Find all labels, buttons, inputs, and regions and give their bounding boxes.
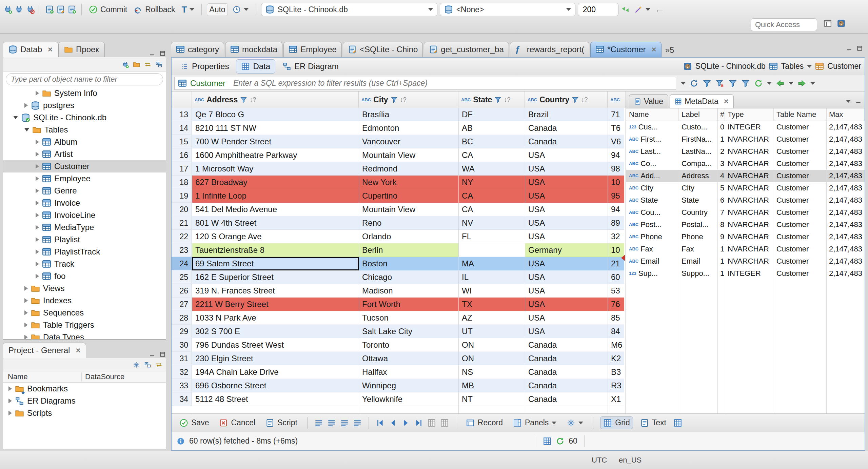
editor-tab-sqlite-chino[interactable]: <SQLite - Chino: [343, 42, 423, 57]
chevron-down-icon[interactable]: [810, 82, 815, 85]
grid-cell[interactable]: T6: [608, 121, 624, 135]
meta-cell[interactable]: Customer: [774, 255, 826, 267]
editor-tab-get-customer-ba[interactable]: get_customer_ba: [424, 42, 509, 57]
editor-tab-mockdata[interactable]: mockdata: [225, 42, 282, 57]
tree-item-sqlite-chinook-db[interactable]: SQLite - Chinook.db: [3, 111, 166, 124]
grid-cell[interactable]: 71: [608, 108, 624, 121]
tab-data[interactable]: Data: [236, 59, 275, 74]
meta-cell[interactable]: 2,147,483: [826, 121, 865, 133]
grid-cell[interactable]: CA: [458, 189, 525, 203]
grid-cell[interactable]: USA: [525, 298, 608, 311]
grid-cell[interactable]: 76: [608, 298, 624, 311]
meta-cell[interactable]: NVARCHAR: [725, 133, 774, 145]
meta-cell[interactable]: 2,147,483: [826, 133, 865, 145]
grid-cell[interactable]: TX: [458, 298, 525, 311]
grid-cell[interactable]: ON: [458, 338, 525, 352]
meta-cell[interactable]: Customer: [774, 182, 826, 194]
tab-project-general[interactable]: Project - General ×: [3, 343, 86, 358]
tree-item-postgres[interactable]: postgres: [3, 99, 166, 111]
meta-cell[interactable]: 2,147,483: [826, 158, 865, 170]
grid-cell[interactable]: K2: [608, 352, 624, 365]
column-header-country[interactable]: ABCCountry↕?: [525, 91, 608, 108]
meta-cell[interactable]: Customer: [774, 231, 826, 243]
grid-cell[interactable]: 89: [608, 216, 624, 230]
grid-cell[interactable]: NY: [458, 176, 525, 189]
tree-item-system-info[interactable]: System Info: [3, 87, 166, 99]
minimize-icon[interactable]: [149, 351, 156, 358]
grid-cell[interactable]: Canada: [525, 352, 608, 365]
tree-item-indexes[interactable]: Indexes: [3, 294, 166, 307]
grid-cell[interactable]: Tauentzienstraße 8: [192, 243, 359, 257]
meta-cell[interactable]: Customer: [774, 145, 826, 158]
meta-cell[interactable]: ABCPhone: [626, 231, 679, 243]
meta-cell[interactable]: NVARCHAR: [725, 194, 774, 206]
editor-tab-rewards-report[interactable]: ƒrewards_report(: [510, 42, 589, 57]
fetch-size-field[interactable]: [578, 3, 618, 16]
disclosure-collapsed-icon[interactable]: [36, 249, 39, 254]
grid-cell[interactable]: MA: [458, 257, 525, 270]
quick-access-input[interactable]: [754, 20, 813, 29]
sql-generator-button[interactable]: [632, 4, 652, 15]
row-number-cell[interactable]: 26: [172, 284, 192, 298]
tab-database-navigator[interactable]: Datab ×: [3, 42, 58, 57]
row-number-cell[interactable]: 23: [172, 243, 192, 257]
close-icon[interactable]: ×: [652, 45, 656, 54]
first-row-icon[interactable]: [376, 419, 384, 427]
settings-icon[interactable]: [133, 361, 140, 368]
maximize-icon[interactable]: [159, 351, 166, 358]
disclosure-collapsed-icon[interactable]: [36, 237, 39, 242]
disclosure-expanded-icon[interactable]: [13, 116, 18, 119]
grid-cell[interactable]: 1033 N Park Ave: [192, 311, 359, 325]
tree-item-invoice[interactable]: Invoice: [3, 197, 166, 209]
dbeaver-perspective-icon[interactable]: [837, 19, 846, 28]
grid-cell[interactable]: New York: [359, 176, 458, 189]
row-number-cell[interactable]: 27: [172, 298, 192, 311]
meta-cell[interactable]: Customer: [774, 170, 826, 182]
meta-cell[interactable]: ABCAdd...: [626, 170, 679, 182]
disclosure-collapsed-icon[interactable]: [24, 310, 28, 315]
disclosure-collapsed-icon[interactable]: [36, 91, 39, 96]
meta-cell[interactable]: NVARCHAR: [725, 231, 774, 243]
grid-cell[interactable]: 162 E Superior Street: [192, 270, 359, 284]
grid-cell[interactable]: Mountain View: [359, 148, 458, 162]
disclosure-collapsed-icon[interactable]: [36, 213, 39, 218]
row-number-cell[interactable]: 13: [172, 108, 192, 121]
grid-cell[interactable]: USA: [525, 284, 608, 298]
column-header-postal-code[interactable]: ABC: [608, 91, 624, 108]
grid-cell[interactable]: Toronto: [359, 338, 458, 352]
tree-item-tables[interactable]: Tables: [3, 124, 166, 136]
fetch-all-icon[interactable]: [440, 419, 449, 427]
meta-cell[interactable]: 9: [717, 231, 725, 243]
meta-cell[interactable]: ABCLast...: [626, 145, 679, 158]
metadata-row[interactable]: ABCEmailEmail1NVARCHARCustomer2,147,483: [626, 255, 865, 267]
calc-panel-icon[interactable]: [543, 437, 552, 446]
tab-projects-navigator[interactable]: Проек: [58, 42, 105, 57]
grid-cell[interactable]: Canada: [525, 392, 608, 406]
meta-cell[interactable]: 2,147,483: [826, 219, 865, 231]
meta-cell[interactable]: ABCEmail: [626, 255, 679, 267]
grid-cell[interactable]: Winnipeg: [359, 379, 458, 392]
tree-item-playlisttrack[interactable]: PlaylistTrack: [3, 246, 166, 258]
rollback-button[interactable]: Rollback: [132, 4, 177, 16]
collapse-all-icon[interactable]: [155, 61, 162, 68]
row-number-cell[interactable]: 28: [172, 311, 192, 325]
grid-cell[interactable]: USA: [525, 230, 608, 243]
record-button[interactable]: Record: [463, 416, 506, 429]
grid-cell[interactable]: 2211 W Berry Street: [192, 298, 359, 311]
grid-cell[interactable]: 94: [608, 203, 624, 216]
grid-cell[interactable]: Brazil: [525, 108, 608, 121]
meta-cell[interactable]: 2,147,483: [826, 194, 865, 206]
grid-cell[interactable]: Qe 7 Bloco G: [192, 108, 359, 121]
panel-grid-icon[interactable]: [673, 419, 682, 427]
grid-view-button[interactable]: Grid: [600, 416, 633, 429]
meta-cell[interactable]: 2,147,483: [826, 206, 865, 219]
grid-cell[interactable]: NV: [458, 216, 525, 230]
editor-tab-category[interactable]: category: [171, 42, 224, 57]
column-filter-icon[interactable]: [494, 96, 501, 103]
grid-cell[interactable]: Edmonton: [359, 121, 458, 135]
tree-item-sequences[interactable]: Sequences: [3, 307, 166, 319]
meta-cell[interactable]: Suppo...: [679, 267, 717, 280]
context-container-label[interactable]: Tables: [781, 62, 804, 71]
open-sql-editor-icon[interactable]: [56, 5, 65, 14]
grid-cell[interactable]: Brasília: [359, 108, 458, 121]
